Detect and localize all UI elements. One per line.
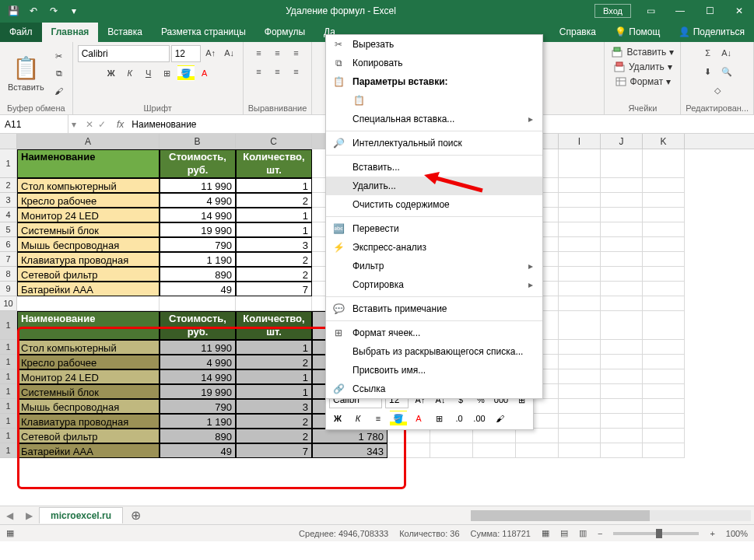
sheet-nav-prev-icon[interactable]: ◀ xyxy=(0,510,19,521)
cell[interactable] xyxy=(601,429,643,443)
cell[interactable] xyxy=(601,384,643,399)
cell[interactable]: 1 xyxy=(236,384,312,399)
cell[interactable]: 1 190 xyxy=(160,252,236,267)
cell[interactable] xyxy=(643,296,685,311)
row-header[interactable]: 1 xyxy=(0,414,17,429)
cell[interactable] xyxy=(643,149,685,178)
cell[interactable] xyxy=(559,414,601,429)
font-color-icon[interactable]: A xyxy=(196,65,213,81)
cell[interactable] xyxy=(601,399,643,414)
ctx-translate[interactable]: 🔤Перевести xyxy=(326,219,542,238)
cell[interactable]: Сетевой фильтр xyxy=(17,429,160,443)
cell[interactable] xyxy=(601,178,643,193)
cell[interactable] xyxy=(559,252,601,267)
column-header[interactable]: I xyxy=(559,134,601,149)
cell[interactable] xyxy=(601,222,643,237)
mini-bold[interactable]: Ж xyxy=(329,411,346,426)
cell[interactable]: 7 xyxy=(236,282,312,296)
cut-icon[interactable]: ✂ xyxy=(51,49,68,65)
zoom-out-icon[interactable]: − xyxy=(598,529,602,538)
cell[interactable] xyxy=(559,311,601,340)
cell[interactable]: Клавиатура проводная xyxy=(17,414,160,429)
cell[interactable] xyxy=(601,149,643,178)
cell[interactable] xyxy=(601,340,643,355)
qat-dropdown-icon[interactable]: ▾ xyxy=(65,2,82,19)
row-header[interactable]: 4 xyxy=(0,208,17,222)
italic-button[interactable]: К xyxy=(121,65,139,81)
cell[interactable]: 14 990 xyxy=(160,208,236,222)
cell[interactable] xyxy=(559,282,601,296)
format-painter-icon[interactable]: 🖌 xyxy=(51,83,68,99)
cell[interactable] xyxy=(559,267,601,282)
cell[interactable]: 2 xyxy=(236,252,312,267)
row-header[interactable]: 1 xyxy=(0,355,17,369)
mini-dec-decimal-icon[interactable]: .00 xyxy=(471,411,488,426)
tab-layout[interactable]: Разметка страницы xyxy=(152,23,255,42)
cell[interactable]: Стол компьютерный xyxy=(17,340,160,355)
cell[interactable]: Наименование xyxy=(17,149,160,178)
row-header[interactable]: 7 xyxy=(0,252,17,267)
row-header[interactable]: 1 xyxy=(0,429,17,443)
cell[interactable] xyxy=(601,282,643,296)
cell[interactable] xyxy=(473,443,516,458)
column-header[interactable]: K xyxy=(643,134,685,149)
column-header[interactable]: J xyxy=(601,134,643,149)
save-icon[interactable]: 💾 xyxy=(5,2,22,19)
fx-icon[interactable]: fx xyxy=(112,119,128,130)
cell[interactable] xyxy=(643,282,685,296)
shrink-font-icon[interactable]: A↓ xyxy=(221,45,238,61)
cell[interactable]: 49 xyxy=(160,443,236,458)
cell[interactable]: 2 xyxy=(236,429,312,443)
cell[interactable] xyxy=(601,208,643,222)
ctx-quick-analysis[interactable]: ⚡Экспресс-анализ xyxy=(326,238,542,257)
cell[interactable] xyxy=(643,384,685,399)
cell[interactable] xyxy=(236,296,312,311)
cell[interactable] xyxy=(17,296,160,311)
select-all-corner[interactable] xyxy=(0,134,17,149)
row-header[interactable]: 9 xyxy=(0,282,17,296)
clear-icon[interactable]: ◇ xyxy=(709,82,726,98)
row-header[interactable]: 1 xyxy=(0,384,17,399)
cell[interactable] xyxy=(601,296,643,311)
mini-font-color-icon[interactable]: A xyxy=(410,411,427,426)
ctx-cut[interactable]: ✂Вырезать xyxy=(326,35,542,54)
row-header[interactable]: 5 xyxy=(0,222,17,237)
cell[interactable]: 2 xyxy=(236,193,312,208)
ctx-delete[interactable]: Удалить... xyxy=(326,177,542,195)
fill-color-icon[interactable]: 🪣 xyxy=(177,65,195,81)
cell[interactable]: Кресло рабочее xyxy=(17,193,160,208)
add-sheet-icon[interactable]: ⊕ xyxy=(123,508,149,523)
horizontal-scrollbar[interactable] xyxy=(149,510,754,521)
cell[interactable]: 1 780 xyxy=(312,429,388,443)
cell[interactable] xyxy=(388,443,430,458)
cell[interactable]: 2 xyxy=(236,355,312,369)
cell[interactable]: 1 xyxy=(236,222,312,237)
mini-format-painter-icon[interactable]: 🖌 xyxy=(491,411,508,426)
close-icon[interactable]: ✕ xyxy=(724,0,754,22)
find-icon[interactable]: 🔍 xyxy=(718,64,735,79)
cell[interactable]: Стоимость, руб. xyxy=(160,149,236,178)
cell[interactable]: Количество, шт. xyxy=(236,311,312,340)
cell[interactable]: 14 990 xyxy=(160,369,236,384)
cell[interactable]: Наименование xyxy=(17,311,160,340)
cell[interactable]: Монитор 24 LED xyxy=(17,369,160,384)
cell[interactable] xyxy=(643,443,685,458)
tab-file[interactable]: Файл xyxy=(0,23,42,42)
cell[interactable]: 1 xyxy=(236,340,312,355)
cell[interactable]: Монитор 24 LED xyxy=(17,208,160,222)
row-header[interactable]: 1 xyxy=(0,399,17,414)
cell[interactable] xyxy=(559,208,601,222)
view-normal-icon[interactable]: ▦ xyxy=(542,528,549,538)
row-header[interactable]: 8 xyxy=(0,267,17,282)
cell[interactable] xyxy=(643,429,685,443)
align-center-icon[interactable]: ≡ xyxy=(269,64,286,79)
ctx-copy[interactable]: ⧉Копировать xyxy=(326,54,542,72)
cell[interactable] xyxy=(643,178,685,193)
sort-filter-icon[interactable]: A↓ xyxy=(718,45,735,61)
cell[interactable]: 49 xyxy=(160,282,236,296)
cell[interactable] xyxy=(559,222,601,237)
zoom-in-icon[interactable]: + xyxy=(710,529,714,538)
ctx-paste-values[interactable]: 📋 xyxy=(326,91,542,110)
ctx-link[interactable]: 🔗Ссылка xyxy=(326,380,542,398)
namebox-dropdown-icon[interactable]: ▾ xyxy=(68,119,79,130)
